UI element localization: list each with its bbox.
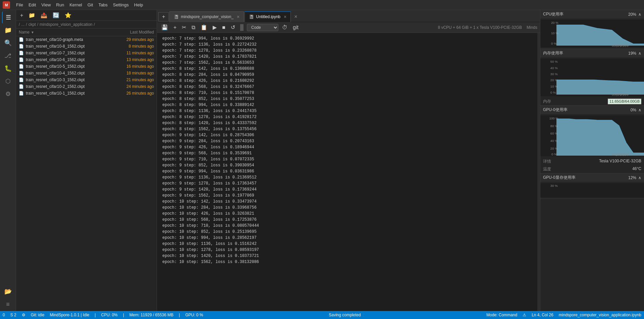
status-cpu: CPU: 0% [101,313,117,317]
gpu0-value: 0% [631,108,636,112]
file-item[interactable]: 📄 train_resnet_cifar10-1_1562.ckpt 26 mi… [16,90,157,97]
output-area[interactable]: epoch: 7 step: 994, loss is 0.36929992ep… [157,33,537,311]
status-center: Saving completed [209,313,481,317]
sidebar-icon-menu[interactable]: ☰ [2,11,14,23]
menu-settings[interactable]: Settings [110,1,131,9]
output-line: epoch: 10 step: 1420, loss is 0.10373721 [162,253,532,259]
svg-text:60秒内利用率: 60秒内利用率 [612,44,629,47]
file-modified-time: 26 minutes ago [100,91,154,96]
breadcrumb-app[interactable]: mindspore_vision_application [40,22,92,27]
output-line: epoch: 8 step: 284, loss is 0.04790959 [162,72,532,78]
breadcrumb-root[interactable]: / [19,22,20,27]
cut-button[interactable]: ✂ [180,23,188,31]
output-line: epoch: 8 step: 994, loss is 0.33889142 [162,102,532,108]
menu-edit[interactable]: Edit [26,1,39,9]
sidebar-icon-folder[interactable]: 📂 [2,285,14,298]
file-doc-icon: 📄 [19,57,24,62]
memory-info-row: 内存 11.65GB/64.00GB [540,98,644,105]
bookmark-button[interactable]: ⭐ [63,11,73,19]
gpu0-expand-icon[interactable]: ∧ [638,108,641,112]
menu-help[interactable]: Help [131,1,146,9]
memory-value: 19% [628,51,636,56]
gpu0-mem-header[interactable]: GPU-0显存使用率 12% ∧ [540,173,644,182]
file-modified-time: 11 minutes ago [100,51,154,55]
output-line: epoch: 10 step: 1136, loss is 0.1516242 [162,241,532,247]
tab-close-2[interactable]: × [284,14,286,19]
stop-button[interactable]: ■ [220,24,227,31]
menu-tabs[interactable]: Tabs [96,1,110,9]
add-cell-button[interactable]: + [172,24,178,31]
restart-button[interactable]: ↺ [229,23,237,31]
sidebar-icon-files[interactable]: 📁 [2,24,14,36]
file-name-text: train_resnet_cifar10-1_1562.ckpt [26,91,100,96]
notebook-area: + 📓 mindspore_computer_vision_ × 📓 Untit… [157,10,540,311]
upload-button[interactable]: 📁 [27,11,37,19]
menu-kernel[interactable]: Kernel [67,1,85,9]
gpu0-header[interactable]: GPU-0使用率 0% ∧ [540,106,644,114]
file-item[interactable]: 📄 train_resnet_cifar10-3_1562.ckpt 21 mi… [16,76,157,83]
git-label[interactable]: git [291,24,300,31]
paste-button[interactable]: 📋 [199,23,209,31]
breadcrumb-ellipsis[interactable]: ... [21,22,24,27]
sidebar-icon-list[interactable]: ≡ [2,298,14,310]
copy-button[interactable]: ⧉ [190,24,197,31]
run-button[interactable]: ▶ [211,23,218,31]
status-ln-col: Ln 4, Col 26 [532,313,553,317]
save-button[interactable]: 💾 [160,23,170,31]
breadcrumb-ckpt[interactable]: ckpt [29,22,36,27]
output-line: epoch: 10 step: 284, loss is 0.33968756 [162,205,532,211]
menu-view[interactable]: View [39,1,53,9]
file-name-text: train_resnet_cifar10-5_1562.ckpt [26,64,100,69]
menu-git[interactable]: Git [85,1,96,9]
memory-header[interactable]: 内存使用率 19% ∧ [540,49,644,57]
cpu-header[interactable]: CPU使用率 20% ∧ [540,10,644,18]
sidebar-icon-settings[interactable]: ⚙ [2,88,14,100]
menu-run[interactable]: Run [53,1,67,9]
menu-file[interactable]: File [13,1,26,9]
new-tab-button[interactable]: + [158,12,169,21]
svg-text:20 %: 20 % [551,21,558,24]
icon-sidebar: ☰ 📁 🔍 ⎇ 🐛 ⬡ ⚙ 📂 ≡ [0,10,16,311]
file-modified-header[interactable]: Last Modified [100,30,154,35]
sidebar-icon-debug[interactable]: 🐛 [2,62,14,74]
sidebar-icon-search[interactable]: 🔍 [2,37,14,49]
output-line: epoch: 9 step: 1136, loss is 0.21369512 [162,174,532,180]
tab-mindspore-vision[interactable]: 📓 mindspore_computer_vision_ × [169,11,244,22]
close-tab-button[interactable]: × [291,12,300,21]
output-line: epoch: 10 step: 1562, loss is 0.38132086 [162,259,532,265]
cpu-value-container: 20% ∧ [628,12,641,17]
file-name-text: train_resnet_cifar10-6_1562.ckpt [26,57,100,62]
new-folder-button[interactable]: + [19,12,24,19]
tab-close-1[interactable]: × [237,14,239,19]
cell-type-select[interactable]: Code Markdown Raw [247,24,278,31]
file-name-header[interactable]: Name ▼ [19,30,100,35]
memory-expand-icon[interactable]: ∧ [638,51,641,56]
file-item[interactable]: 📄 train_resnet_cifar10-5_1562.ckpt 16 mi… [16,63,157,70]
file-item[interactable]: 📄 train_resnet_cifar10-2_1562.ckpt 24 mi… [16,83,157,90]
gpu0-chart: 100 % 80 % 60 % 40 % 20 % 0 % 60秒内利用率 [540,114,644,158]
status-notebook-name: mindspore_computer_vision_application.ip… [559,313,641,317]
cpu-expand-icon[interactable]: ∧ [638,12,641,17]
file-name-text: train_resnet_cifar10-3_1562.ckpt [26,77,100,82]
status-gpu: GPU: 0 % [185,313,203,317]
file-item[interactable]: 📄 train_resnet_cifar10-graph.meta 29 min… [16,36,157,43]
download-button[interactable]: 📤 [39,11,49,19]
cpu-chart: 20 % 10 % 0 % 60秒内利用率 [540,18,644,49]
output-scrollbar[interactable] [537,33,540,311]
output-line: epoch: 10 step: 852, loss is 0.25139695 [162,229,532,235]
cpu-value: 20% [628,12,636,17]
breadcrumb: / ... / ckpt / mindspore_vision_applicat… [16,21,157,29]
file-item[interactable]: 📄 train_resnet_cifar10-8_1562.ckpt 8 min… [16,43,157,50]
file-modified-time: 29 minutes ago [100,37,154,42]
file-item[interactable]: 📄 train_resnet_cifar10-4_1562.ckpt 18 mi… [16,70,157,76]
sidebar-icon-git[interactable]: ⎇ [2,50,14,62]
memory-label: 内存使用率 [543,50,563,56]
file-item[interactable]: 📄 train_resnet_cifar10-7_1562.ckpt 11 mi… [16,50,157,56]
refresh-button[interactable]: 🔄 [51,11,61,19]
file-toolbar: + 📁 📤 🔄 ⭐ [16,10,157,21]
breadcrumb-sep3: / [94,22,95,27]
sidebar-icon-extensions[interactable]: ⬡ [2,75,14,87]
tab-untitled[interactable]: 📓 Untitled.ipynb × [245,11,291,22]
gpu0-mem-expand-icon[interactable]: ∧ [638,175,641,180]
file-item[interactable]: 📄 train_resnet_cifar10-6_1562.ckpt 13 mi… [16,56,157,63]
